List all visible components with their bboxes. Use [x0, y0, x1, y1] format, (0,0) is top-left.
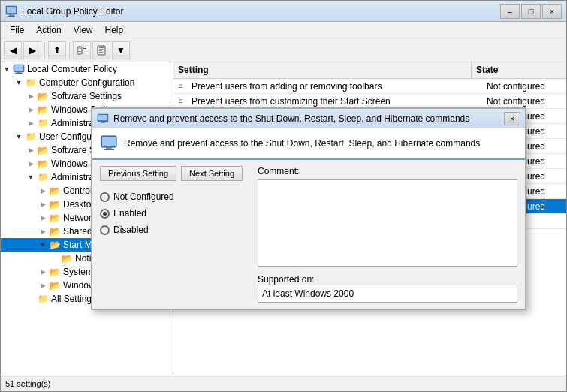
svg-rect-2	[9, 14, 14, 16]
policy-dialog: Remove and prevent access to the Shut Do…	[91, 107, 526, 310]
expand-icon: ▶	[25, 144, 37, 156]
close-button[interactable]: ×	[542, 4, 562, 19]
main-area: ▼ Local Computer Policy ▼ 📁 Computer Con…	[1, 62, 566, 375]
radio-btn-not-configured[interactable]	[100, 192, 110, 202]
radio-disabled[interactable]: Disabled	[100, 225, 250, 235]
maximize-button[interactable]: □	[521, 4, 541, 19]
expand-icon: ▶	[37, 198, 49, 210]
radio-enabled[interactable]: Enabled	[100, 208, 250, 219]
folder-icon: 📂	[37, 158, 49, 169]
table-row[interactable]: ≡ Prevent users from adding or removing …	[173, 79, 566, 94]
previous-setting-button[interactable]: Previous Setting	[100, 166, 176, 181]
expand-icon: ▶	[25, 90, 37, 102]
expand-icon: ▶	[37, 212, 49, 224]
tree-item-computer-configuration[interactable]: ▼ 📁 Computer Configuration	[1, 76, 173, 89]
svg-rect-13	[99, 49, 104, 50]
next-setting-button[interactable]: Next Setting	[181, 166, 243, 181]
supported-section: Supported on: At least Windows 2000	[258, 274, 517, 303]
dialog-app-icon	[97, 113, 109, 125]
folder-icon: 📂	[49, 240, 61, 250]
setting-name: Prevent users from adding or removing to…	[188, 81, 484, 92]
supported-value: At least Windows 2000	[258, 285, 517, 303]
forward-button[interactable]: ▶	[23, 41, 41, 59]
menu-view[interactable]: View	[68, 23, 99, 37]
folder-icon: 📁	[25, 77, 37, 88]
show-hide-button[interactable]	[73, 41, 91, 59]
folder-icon: 📂	[49, 280, 61, 291]
svg-rect-22	[101, 122, 105, 123]
expand-icon: ▶	[37, 185, 49, 197]
svg-rect-21	[98, 115, 107, 120]
radio-group: Not Configured Enabled Disabled	[100, 191, 250, 235]
comment-area[interactable]	[258, 179, 517, 267]
dialog-content: Remove and prevent access to the Shut Do…	[92, 128, 525, 309]
folder-icon: 📂	[37, 104, 49, 115]
dialog-header-text: Remove and prevent access to the Shut Do…	[124, 138, 480, 149]
dialog-header: Remove and prevent access to the Shut Do…	[92, 128, 525, 160]
dialog-close-button[interactable]: ×	[504, 112, 520, 125]
tree-item-local-computer-policy[interactable]: ▼ Local Computer Policy	[1, 62, 173, 76]
folder-icon: 📂	[49, 226, 61, 237]
dialog-nav-buttons: Previous Setting Next Setting	[100, 166, 250, 181]
folder-icon: 📂	[49, 185, 61, 196]
tree-label: Software Settings	[51, 91, 122, 101]
col-setting-header: Setting	[173, 62, 472, 78]
menu-action[interactable]: Action	[30, 23, 67, 37]
main-window: Local Group Policy Editor – □ × File Act…	[0, 0, 567, 392]
radio-label-enabled: Enabled	[113, 208, 146, 219]
expand-icon: ▶	[37, 266, 49, 278]
folder-icon: 📁	[37, 294, 49, 304]
tree-item-software-settings-comp[interactable]: ▶ 📂 Software Settings	[1, 89, 173, 103]
folder-icon: 📁	[37, 118, 49, 128]
tree-label: Computer Configuration	[39, 77, 134, 88]
svg-rect-5	[78, 47, 81, 49]
folder-icon: 📂	[49, 199, 61, 210]
svg-rect-8	[83, 47, 86, 47]
toolbar-separator-1	[44, 42, 45, 59]
folder-icon: 📁	[25, 131, 37, 142]
expand-icon: ▼	[37, 239, 49, 251]
minimize-button[interactable]: –	[500, 4, 520, 19]
window-controls: – □ ×	[500, 4, 562, 19]
svg-rect-17	[14, 65, 23, 71]
folder-icon: 📂	[37, 145, 49, 155]
svg-rect-1	[7, 7, 16, 13]
dialog-right-panel: Comment: Supported on: At least Windows …	[258, 166, 517, 303]
svg-rect-12	[99, 47, 104, 48]
comment-label: Comment:	[258, 166, 517, 176]
up-button[interactable]: ⬆	[48, 41, 66, 59]
col-state-header: State	[472, 62, 554, 78]
svg-rect-10	[83, 50, 86, 50]
toolbar: ◀ ▶ ⬆ ▼	[1, 38, 566, 62]
expand-icon: ▼	[25, 171, 37, 183]
radio-btn-disabled[interactable]	[100, 225, 110, 235]
tree-label: Local Computer Policy	[27, 64, 117, 74]
expand-icon: ▶	[37, 279, 49, 291]
expand-icon: ▶	[37, 225, 49, 237]
setting-icon: ≡	[173, 82, 188, 90]
toolbar-separator-2	[69, 42, 70, 59]
folder-icon: 📂	[37, 91, 49, 101]
back-button[interactable]: ◀	[4, 41, 22, 59]
svg-rect-14	[99, 50, 102, 51]
svg-rect-3	[8, 16, 15, 17]
supported-label: Supported on:	[258, 274, 314, 285]
status-bar: 51 setting(s)	[1, 375, 566, 391]
svg-rect-6	[78, 50, 81, 50]
folder-icon: 📂	[61, 253, 73, 264]
expand-icon: ▼	[13, 77, 25, 89]
menu-bar: File Action View Help	[1, 22, 566, 38]
svg-rect-26	[104, 149, 114, 150]
menu-file[interactable]: File	[4, 23, 30, 37]
radio-btn-enabled[interactable]	[100, 209, 110, 219]
filter-button[interactable]: ▼	[112, 41, 130, 59]
tree-label: All Settings	[51, 294, 96, 304]
dialog-title: Remove and prevent access to the Shut Do…	[113, 113, 504, 124]
properties-button[interactable]	[92, 41, 110, 59]
expand-icon: ▶	[25, 117, 37, 129]
settings-header: Setting State	[173, 62, 566, 79]
table-row[interactable]: ≡ Prevent users from customizing their S…	[173, 94, 566, 109]
radio-not-configured[interactable]: Not Configured	[100, 191, 250, 202]
menu-help[interactable]: Help	[99, 23, 130, 37]
supported-text: At least Windows 2000	[262, 288, 354, 299]
